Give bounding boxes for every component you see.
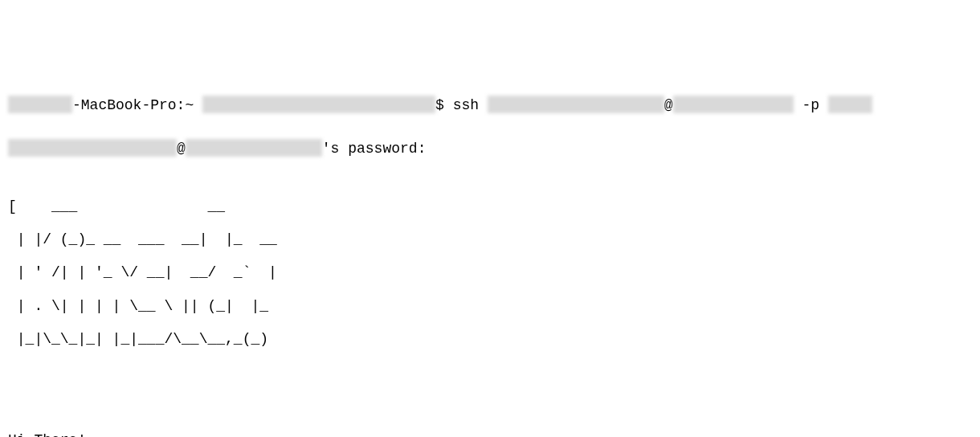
local-hostname-suffix: -MacBook-Pro:~ [72,97,202,113]
ssh-command: ssh [453,97,488,113]
ascii-art-banner: [ ___ __ | |/ (_)_ __ ___ __| |_ __ | ' … [8,182,972,365]
at-symbol-2: @ [177,141,186,157]
ascii-line-4: |_|\_\_|_| |_|___/\__\__,_(_) [8,331,972,348]
censored-ssh-host [673,96,794,113]
censored-password-user [8,139,177,157]
ascii-line-0: [ ___ __ [8,198,972,215]
censored-password-host [186,139,322,157]
blank-line-1 [8,386,972,408]
censored-local-hostprefix [8,96,72,113]
ascii-line-1: | |/ (_)_ __ ___ __| |_ __ [8,231,972,248]
ssh-port-flag: -p [794,97,828,113]
motd-greeting: Hi There! [8,430,972,437]
at-symbol: @ [664,97,673,113]
password-prompt-line: @ 's password: [8,138,972,160]
local-prompt-line: -MacBook-Pro:~ $ ssh @ -p [8,95,972,116]
ascii-line-3: | . \| | | | \__ \ || (_| |_ [8,298,972,315]
dollar-sign: $ [435,97,453,113]
censored-local-user [202,96,435,113]
password-label: 's password: [322,141,427,157]
censored-ssh-user [488,96,664,113]
ascii-line-2: | ' /| | '_ \/ __| __/ _` | [8,264,972,281]
censored-ssh-port [828,96,872,113]
